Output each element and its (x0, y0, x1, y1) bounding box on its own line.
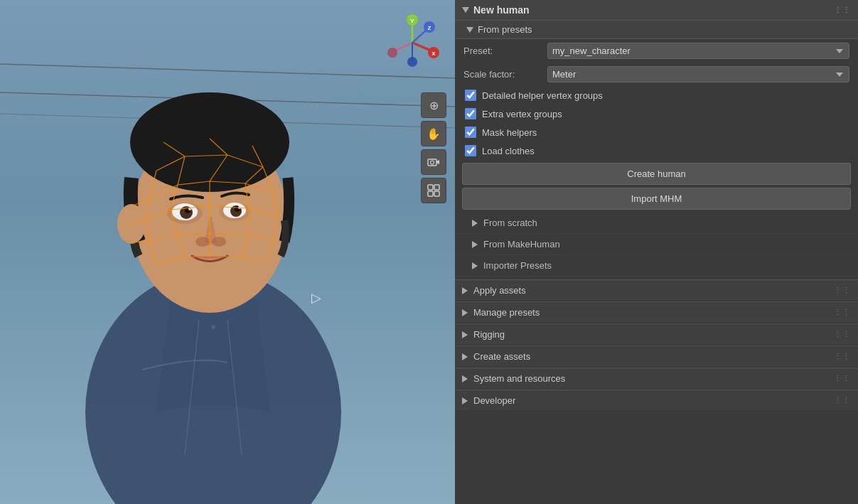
scale-factor-row: Scale factor: Meter (455, 63, 858, 86)
from-presets-header[interactable]: From presets (455, 21, 858, 39)
svg-point-38 (431, 161, 434, 164)
checkbox-detailed-helper: Detailed helper vertex groups (455, 86, 858, 104)
svg-text:X: X (431, 50, 436, 57)
create-assets-label: Create assets (473, 351, 530, 362)
viewport-toolbar: ⊕ ✋ (421, 92, 446, 203)
importer-presets-toggle-icon (472, 262, 478, 269)
from-presets-section: From presets Preset: my_new_character Sc… (455, 21, 858, 279)
importer-presets-label: Importer Presets (483, 260, 552, 271)
developer-label: Developer (473, 395, 515, 406)
svg-point-20 (195, 237, 210, 247)
checkbox-mask-helpers: Mask helpers (455, 123, 858, 141)
system-resources-menu-icon[interactable]: ⋮⋮ (834, 374, 851, 383)
from-scratch-label: From scratch (483, 218, 537, 228)
new-human-menu-icon[interactable]: ⋮⋮ (834, 6, 851, 15)
svg-rect-41 (428, 191, 433, 196)
checkbox-detailed-helper-label: Detailed helper vertex groups (482, 90, 603, 101)
preset-label: Preset: (463, 45, 542, 56)
scale-select[interactable]: Meter (547, 66, 849, 82)
create-assets-section[interactable]: Create assets ⋮⋮ (455, 345, 858, 368)
properties-panel: New human ⋮⋮ From presets Preset: my_new… (455, 0, 858, 504)
from-scratch-toggle-icon (472, 220, 478, 227)
rigging-toggle-icon (462, 331, 468, 338)
svg-rect-37 (428, 159, 436, 166)
developer-toggle-icon (462, 397, 468, 404)
import-mhm-button[interactable]: Import MHM (462, 188, 851, 210)
apply-assets-section[interactable]: Apply assets ⋮⋮ (455, 279, 858, 301)
checkbox-load-clothes-label: Load clothes (482, 146, 535, 156)
apply-assets-menu-icon[interactable]: ⋮⋮ (834, 286, 851, 295)
rigging-menu-icon[interactable]: ⋮⋮ (834, 330, 851, 339)
svg-point-9 (130, 92, 289, 192)
svg-point-30 (387, 48, 397, 58)
new-human-toggle-icon (462, 7, 469, 13)
svg-point-21 (212, 237, 226, 247)
checkbox-load-clothes: Load clothes (455, 141, 858, 160)
grab-tool-button[interactable]: ✋ (421, 121, 446, 146)
svg-rect-42 (434, 191, 439, 196)
developer-section[interactable]: Developer ⋮⋮ (455, 390, 858, 412)
from-presets-toggle-icon (466, 27, 473, 33)
grid-tool-button[interactable] (421, 178, 446, 203)
svg-text:Z: Z (428, 25, 431, 31)
camera-tool-button[interactable] (421, 149, 446, 175)
system-resources-label: System and resources (473, 373, 565, 384)
manage-presets-label: Manage presets (473, 307, 540, 318)
importer-presets-item[interactable]: Importer Presets (455, 255, 858, 277)
checkbox-extra-vertex-label: Extra vertex groups (482, 109, 562, 119)
viewport-gizmo[interactable]: Y X Z (384, 14, 441, 71)
preset-row: Preset: my_new_character (455, 39, 858, 63)
from-makehuman-item[interactable]: From MakeHuman (455, 234, 858, 255)
scale-label: Scale factor: (463, 69, 542, 80)
system-resources-toggle-icon (462, 375, 468, 382)
from-makehuman-label: From MakeHuman (483, 239, 560, 250)
new-human-section-header[interactable]: New human ⋮⋮ (455, 0, 858, 21)
checkbox-mask-helpers-input[interactable] (465, 127, 476, 138)
create-assets-menu-icon[interactable]: ⋮⋮ (834, 352, 851, 361)
checkbox-extra-vertex-input[interactable] (465, 108, 476, 119)
preset-select[interactable]: my_new_character (547, 43, 849, 59)
manage-presets-section[interactable]: Manage presets ⋮⋮ (455, 301, 858, 323)
new-human-label: New human (473, 4, 530, 16)
apply-assets-toggle-icon (462, 287, 468, 294)
svg-rect-39 (428, 185, 433, 190)
zoom-tool-button[interactable]: ⊕ (421, 92, 446, 118)
rigging-section[interactable]: Rigging ⋮⋮ (455, 323, 858, 345)
create-human-button[interactable]: Create human (462, 163, 851, 185)
svg-line-29 (394, 43, 412, 51)
checkbox-detailed-helper-input[interactable] (465, 90, 476, 101)
manage-presets-menu-icon[interactable]: ⋮⋮ (834, 308, 851, 317)
svg-rect-40 (434, 185, 439, 190)
checkbox-load-clothes-input[interactable] (465, 145, 476, 156)
from-makehuman-toggle-icon (472, 241, 478, 248)
manage-presets-toggle-icon (462, 309, 468, 316)
create-assets-toggle-icon (462, 353, 468, 360)
rigging-label: Rigging (473, 329, 505, 340)
svg-point-6 (211, 325, 215, 329)
from-presets-label: From presets (478, 24, 532, 35)
from-scratch-item[interactable]: From scratch (455, 213, 858, 234)
3d-viewport[interactable]: Y X Z ⊕ ✋ (0, 0, 455, 504)
system-resources-section[interactable]: System and resources ⋮⋮ (455, 368, 858, 390)
checkbox-mask-helpers-label: Mask helpers (482, 127, 537, 138)
checkbox-extra-vertex: Extra vertex groups (455, 104, 858, 123)
apply-assets-label: Apply assets (473, 285, 526, 296)
developer-menu-icon[interactable]: ⋮⋮ (834, 396, 851, 405)
svg-point-36 (407, 57, 417, 67)
